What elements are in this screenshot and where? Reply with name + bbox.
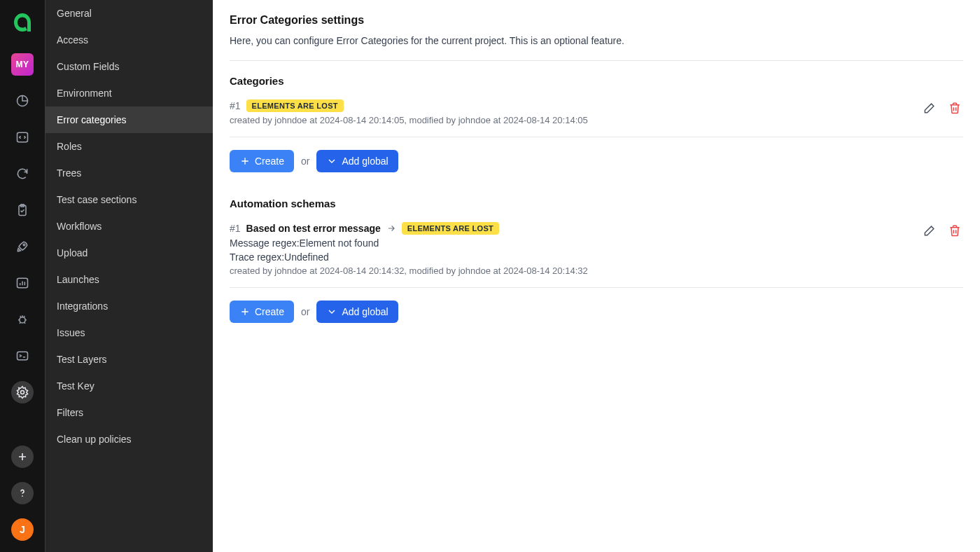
submenu-item-launches[interactable]: Launches <box>46 266 213 293</box>
schema-row: #1 Based on test error message ELEMENTS … <box>230 222 963 276</box>
submenu-item-general[interactable]: General <box>46 0 213 27</box>
svg-point-8 <box>22 495 23 497</box>
schema-name: Based on test error message <box>246 223 381 234</box>
schemas-title: Automation schemas <box>230 198 963 209</box>
delete-icon[interactable] <box>946 222 963 239</box>
settings-icon[interactable] <box>11 381 34 403</box>
submenu-item-integrations[interactable]: Integrations <box>46 293 213 319</box>
add-global-label: Add global <box>342 306 388 317</box>
submenu-item-workflows[interactable]: Workflows <box>46 213 213 240</box>
create-label: Create <box>255 156 284 167</box>
create-category-button[interactable]: Create <box>230 150 294 172</box>
category-tag: ELEMENTS ARE LOST <box>246 99 344 112</box>
submenu-item-issues[interactable]: Issues <box>46 319 213 346</box>
schema-meta: created by johndoe at 2024-08-14 20:14:3… <box>230 265 588 276</box>
submenu-item-test-case-sections[interactable]: Test case sections <box>46 186 213 213</box>
submenu-item-upload[interactable]: Upload <box>46 240 213 266</box>
clipboard-icon[interactable] <box>11 199 34 221</box>
svg-rect-0 <box>18 132 28 142</box>
terminal-icon[interactable] <box>11 345 34 367</box>
submenu-item-test-key[interactable]: Test Key <box>46 373 213 399</box>
svg-point-7 <box>21 391 24 394</box>
icon-rail: MY <box>0 0 45 552</box>
create-schema-button[interactable]: Create <box>230 301 294 323</box>
submenu-item-access[interactable]: Access <box>46 27 213 53</box>
schema-trace-regex: Trace regex:Undefined <box>230 251 588 263</box>
add-global-category-button[interactable]: Add global <box>316 150 398 172</box>
create-label: Create <box>255 306 284 317</box>
page-description: Here, you can configure Error Categories… <box>230 35 963 46</box>
app-logo[interactable] <box>11 11 34 36</box>
edit-icon[interactable] <box>921 222 938 239</box>
or-label: or <box>301 156 309 167</box>
delete-icon[interactable] <box>946 99 963 116</box>
user-avatar[interactable]: J <box>11 518 34 541</box>
svg-point-3 <box>23 244 25 246</box>
add-global-label: Add global <box>342 156 388 167</box>
help-icon[interactable] <box>11 482 34 504</box>
divider <box>230 60 963 61</box>
main-content: Error Categories settings Here, you can … <box>213 0 980 552</box>
rocket-icon[interactable] <box>11 235 34 258</box>
submenu-item-custom-fields[interactable]: Custom Fields <box>46 53 213 80</box>
submenu-item-filters[interactable]: Filters <box>46 399 213 426</box>
schema-tag: ELEMENTS ARE LOST <box>402 222 499 235</box>
category-meta: created by johndoe at 2024-08-14 20:14:0… <box>230 115 588 125</box>
submenu-item-error-categories[interactable]: Error categories <box>46 106 213 133</box>
submenu-item-clean-up-policies[interactable]: Clean up policies <box>46 426 213 453</box>
categories-actions: Create or Add global <box>230 150 963 172</box>
submenu-item-test-layers[interactable]: Test Layers <box>46 346 213 373</box>
svg-rect-6 <box>18 352 28 360</box>
divider <box>230 287 963 288</box>
add-global-schema-button[interactable]: Add global <box>316 301 398 323</box>
refresh-icon[interactable] <box>11 163 34 185</box>
or-label: or <box>301 306 309 317</box>
project-badge[interactable]: MY <box>11 53 34 76</box>
divider <box>230 137 963 137</box>
submenu-item-environment[interactable]: Environment <box>46 80 213 106</box>
bar-chart-icon[interactable] <box>11 272 34 294</box>
category-row: #1 ELEMENTS ARE LOST created by johndoe … <box>230 99 963 125</box>
add-icon[interactable] <box>11 446 34 468</box>
categories-title: Categories <box>230 75 963 87</box>
submenu-item-roles[interactable]: Roles <box>46 133 213 160</box>
category-id: #1 <box>230 100 241 111</box>
edit-icon[interactable] <box>921 99 938 116</box>
arrow-right-icon <box>386 223 396 233</box>
settings-submenu: General Access Custom Fields Environment… <box>45 0 213 552</box>
page-title: Error Categories settings <box>230 14 963 27</box>
code-icon[interactable] <box>11 126 34 149</box>
schema-message-regex: Message regex:Element not found <box>230 237 588 249</box>
submenu-item-trees[interactable]: Trees <box>46 160 213 186</box>
schemas-actions: Create or Add global <box>230 301 963 323</box>
schema-id: #1 <box>230 223 241 234</box>
bug-icon[interactable] <box>11 308 34 331</box>
analytics-icon[interactable] <box>11 90 34 112</box>
